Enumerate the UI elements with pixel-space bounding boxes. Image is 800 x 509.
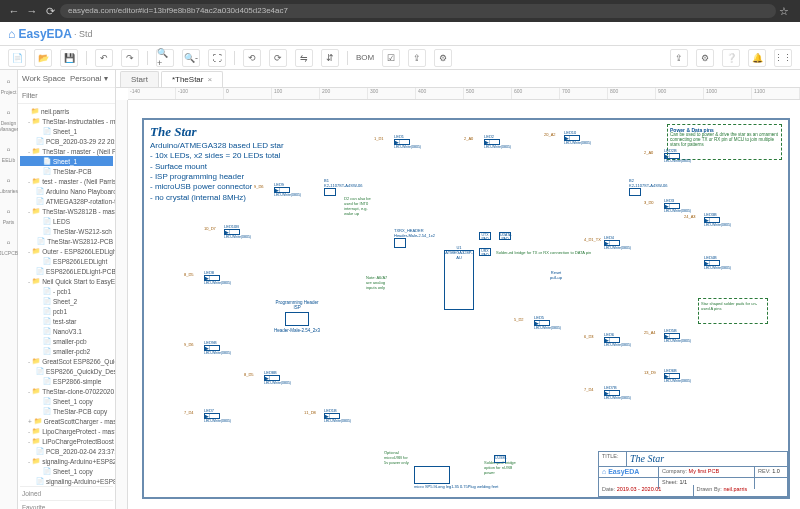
- tree-node[interactable]: 📄ESP8266LEDLight-PCB: [20, 266, 113, 276]
- grip-icon[interactable]: ⋮⋮: [774, 49, 792, 67]
- tree-node[interactable]: -📁LipoChargeProtect - master - (Neil: [20, 426, 113, 436]
- tree-node[interactable]: 📄TheStar-PCB copy: [20, 406, 113, 416]
- tree-node[interactable]: 📄smaller-pcb: [20, 336, 113, 346]
- netlabel[interactable]: 4_D1_TX: [584, 237, 601, 242]
- tree-node[interactable]: 📄smaller-pcb2: [20, 346, 113, 356]
- netlabel[interactable]: 5_D2: [514, 317, 524, 322]
- tree-node[interactable]: 📄ESP8266_QuickDy_Design: [20, 366, 113, 376]
- close-icon[interactable]: ×: [207, 75, 212, 84]
- netlabel[interactable]: 2_A0: [464, 136, 473, 141]
- tree-node[interactable]: 📄pcb1: [20, 306, 113, 316]
- url-bar[interactable]: easyeda.com/editor#id=13bf9e8b8b74ac2a03…: [60, 4, 776, 18]
- led-led8b[interactable]: LED8B▶|LED-White(0805): [264, 370, 291, 385]
- led-led1b[interactable]: LED1B▶|LED-White(0805): [324, 408, 351, 423]
- zoom-fit-btn[interactable]: ⛶: [208, 49, 226, 67]
- tree-node[interactable]: -📁TheStar-clone-07022020 - master: [20, 386, 113, 396]
- netlabel[interactable]: 7_D4: [184, 410, 194, 415]
- help-btn[interactable]: ❔: [722, 49, 740, 67]
- button-b1[interactable]: B1K2-1107ST-A4SW-06: [324, 178, 362, 196]
- led-led2[interactable]: LED2▶|LED-White(0805): [484, 134, 511, 149]
- editor-tab[interactable]: *TheStar×: [161, 71, 223, 87]
- tree-node[interactable]: -📁GreatScot ESP8266_QuickDy Design: [20, 356, 113, 366]
- tree-node[interactable]: 📄PCB_2020-03-29 22 20:17: [20, 136, 113, 146]
- netlabel[interactable]: 10_D7: [204, 226, 216, 231]
- prog-header[interactable]: Programming Header ISP Header-Male-2.54_…: [274, 300, 320, 333]
- file-menu[interactable]: 📄: [8, 49, 26, 67]
- star-icon[interactable]: ☆: [776, 3, 792, 19]
- led-led9[interactable]: LED9▶|LED-White(0805): [274, 182, 301, 197]
- save-btn[interactable]: 💾: [60, 49, 78, 67]
- led-led6[interactable]: LED6▶|LED-White(0805): [604, 332, 631, 347]
- netlabel[interactable]: 9_D6: [184, 342, 194, 347]
- workspace-tab[interactable]: Work Space: [22, 74, 65, 83]
- filter-input[interactable]: [22, 92, 111, 99]
- schematic-canvas[interactable]: -140-10001002003004005006007008009001000…: [116, 88, 800, 509]
- rail-project-icon[interactable]: ▫: [2, 74, 16, 88]
- editor-tab[interactable]: Start: [120, 71, 159, 87]
- netlabel[interactable]: 25_A4: [644, 330, 656, 335]
- share-btn[interactable]: ⇪: [670, 49, 688, 67]
- settings-btn[interactable]: ⚙: [696, 49, 714, 67]
- netlabel[interactable]: 8_D5: [244, 372, 254, 377]
- led-led10[interactable]: LED10▶|LED-White(0805): [564, 130, 591, 145]
- back-icon[interactable]: ←: [6, 3, 22, 19]
- led-led7[interactable]: LED7▶|LED-White(0805): [204, 408, 231, 423]
- netlabel[interactable]: 13_D9: [644, 370, 656, 375]
- tree-section[interactable]: Joined: [20, 486, 113, 500]
- tree-node[interactable]: 📄signaling-Arduino+ESP8266+5V…: [20, 476, 113, 486]
- forward-icon[interactable]: →: [24, 3, 40, 19]
- netlabel[interactable]: 8_D5: [184, 272, 194, 277]
- tree-node[interactable]: 📄NanoV3.1: [20, 326, 113, 336]
- tree-node[interactable]: -📁TheStar-WS2812B - master: [20, 206, 113, 216]
- notif-btn[interactable]: 🔔: [748, 49, 766, 67]
- tree-node[interactable]: -📁LiPoChargeProtectBoost: [20, 436, 113, 446]
- led-led4b[interactable]: LED4B▶|LED-White(0805): [704, 255, 731, 270]
- led-led6b[interactable]: LED6B▶|LED-White(0805): [664, 368, 691, 383]
- open-btn[interactable]: 📂: [34, 49, 52, 67]
- tree-node[interactable]: -📁TheStar-Instructables - master - (N: [20, 116, 113, 126]
- tree-node[interactable]: -📁test - master - (Neil Parris): [20, 176, 113, 186]
- tree-node[interactable]: 📄Sheet_1: [20, 126, 113, 136]
- pad-uusb1[interactable]: UUSB1: [494, 455, 506, 463]
- flip-h-btn[interactable]: ⇋: [295, 49, 313, 67]
- project-tree[interactable]: 📁neil.parris-📁TheStar-Instructables - ma…: [18, 104, 115, 509]
- tree-section[interactable]: Favorite: [20, 500, 113, 509]
- tree-node[interactable]: +📁GreatScottCharger - master - (Neil: [20, 416, 113, 426]
- rail-jlcpcb-icon[interactable]: ▫: [2, 235, 16, 249]
- tree-node[interactable]: 📄Arduino Nano Playboard: [20, 186, 113, 196]
- tree-node[interactable]: 📄Sheet_2: [20, 296, 113, 306]
- tree-node[interactable]: 📄Sheet_1: [20, 156, 113, 166]
- pad-urx[interactable]: URXPAD: [479, 248, 491, 256]
- flip-v-btn[interactable]: ⇵: [321, 49, 339, 67]
- led-led1[interactable]: LED1▶|LED-White(0805): [394, 134, 421, 149]
- pad-utx[interactable]: UTXPAD: [479, 232, 491, 240]
- tree-node[interactable]: -📁Outer - ESP8266LEDLight: [20, 246, 113, 256]
- tree-node[interactable]: 📄ATMEGA328P-rotation-test: [20, 196, 113, 206]
- tree-node[interactable]: 📄- pcb1: [20, 286, 113, 296]
- tree-node[interactable]: 📁neil.parris: [20, 106, 113, 116]
- button-b2[interactable]: B2K2-1107ST-A4SW-06: [629, 178, 667, 196]
- netlabel[interactable]: 7_D4: [584, 387, 594, 392]
- led-led3[interactable]: LED3▶|LED-White(0805): [664, 198, 691, 213]
- netlabel[interactable]: 11_D8: [304, 410, 316, 415]
- netlabel[interactable]: 6_D3: [584, 334, 594, 339]
- bom-btn[interactable]: BOM: [356, 53, 374, 62]
- tree-node[interactable]: 📄TheStar-WS212-sch: [20, 226, 113, 236]
- led-led3b[interactable]: LED3B▶|LED-White(0805): [704, 212, 731, 227]
- personal-dropdown[interactable]: Personal ▾: [70, 74, 108, 83]
- redo-btn[interactable]: ↷: [121, 49, 139, 67]
- tree-node[interactable]: 📄test-star: [20, 316, 113, 326]
- tree-node[interactable]: -📁TheStar - master - (Neil Parris): [20, 146, 113, 156]
- led-led4[interactable]: LED4▶|LED-White(0805): [604, 235, 631, 250]
- tree-node[interactable]: -📁Neil Quick Start to EasyEDA - mast: [20, 276, 113, 286]
- rotate-btn[interactable]: ⟲: [243, 49, 261, 67]
- netlabel[interactable]: 9_D6: [254, 184, 264, 189]
- mcu-chip[interactable]: U1 ATMEGA328P-AU: [444, 250, 474, 310]
- led-led10b[interactable]: LED10B▶|LED-White(0805): [224, 224, 251, 239]
- led-led2b[interactable]: LED2B▶|LED-White(0805): [664, 148, 691, 163]
- reload-icon[interactable]: ⟳: [42, 3, 58, 19]
- schematic-sheet[interactable]: The Star Arduino/ATMEGA328 based LED sta…: [142, 118, 790, 499]
- netlabel[interactable]: 3_D0: [644, 200, 654, 205]
- led-led5[interactable]: LED5▶|LED-White(0805): [534, 315, 561, 330]
- rail-eelib-icon[interactable]: ▫: [2, 142, 16, 156]
